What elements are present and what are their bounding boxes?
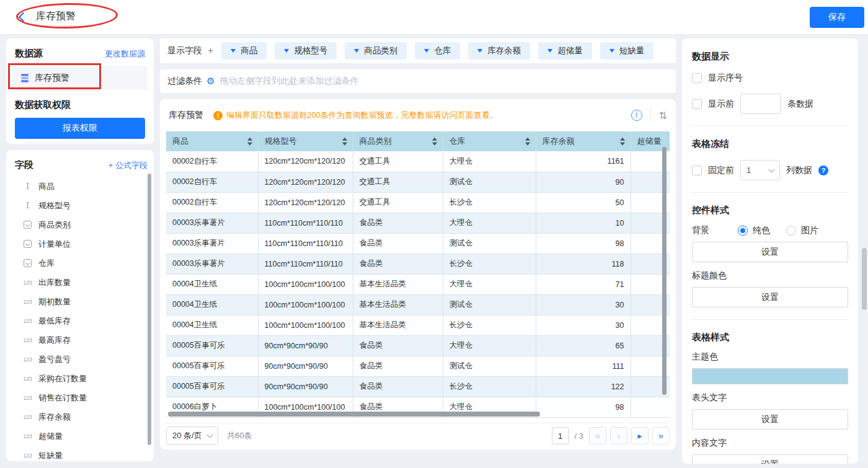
number-field-icon: 123 xyxy=(22,414,33,420)
number-field-icon: 123 xyxy=(22,337,33,343)
prev-page-button[interactable]: ›​ xyxy=(610,427,627,444)
table-cell: 00004卫生纸 xyxy=(166,274,258,294)
field-item[interactable]: 123 销售在订数量 xyxy=(15,388,148,407)
table-vertical-scrollbar[interactable] xyxy=(662,147,666,395)
background-set-button[interactable]: 设置 xyxy=(692,242,848,262)
table-cell: 食品类 xyxy=(353,335,443,356)
sort-icon[interactable] xyxy=(525,138,530,146)
header-text-set-button[interactable]: 设置 xyxy=(692,409,848,430)
freeze-count-select[interactable]: 1 xyxy=(740,160,780,180)
solid-color-radio[interactable] xyxy=(738,226,748,236)
sort-order-icon[interactable]: ⇅ xyxy=(659,110,667,121)
field-item[interactable]: 123 超储量 xyxy=(15,426,148,446)
field-item[interactable]: 123 最高库存 xyxy=(15,330,148,350)
sort-icon[interactable] xyxy=(432,138,437,146)
field-item[interactable]: I 商品 xyxy=(15,177,148,196)
field-item[interactable]: 123 短缺量 xyxy=(15,446,148,461)
table-column-header[interactable]: 库存余额 xyxy=(536,131,631,151)
display-field-chip[interactable]: 库存余额 xyxy=(468,42,530,60)
sort-icon[interactable] xyxy=(247,138,252,146)
datasource-item[interactable]: 库存预警 xyxy=(12,66,148,90)
table-column-header[interactable]: 商品 xyxy=(166,131,258,151)
header-text-label: 表头文字 xyxy=(692,392,848,404)
number-field-icon: 123 xyxy=(22,395,33,401)
table-column-header[interactable]: 商品类别 xyxy=(353,131,443,151)
field-item[interactable]: 123 库存余额 xyxy=(15,407,148,426)
table-cell: 测试仓 xyxy=(443,172,536,192)
gear-icon[interactable]: ⚙ xyxy=(206,76,215,87)
permission-section-title: 数据获取权限 xyxy=(15,99,145,111)
chevron-down-icon xyxy=(769,166,775,172)
add-display-field-button[interactable]: + xyxy=(208,45,213,56)
display-field-chip[interactable]: 商品类别 xyxy=(345,42,407,60)
settings-panel: 数据显示 显示序号 显示前 条数据 表格冻结 固定前 1 列数据 ? 控件样式 … xyxy=(682,38,858,464)
table-horizontal-scrollbar[interactable] xyxy=(168,412,540,417)
table-cell: 10 xyxy=(536,213,631,233)
table-cell: 基本生活品类 xyxy=(353,274,443,294)
freeze-columns-checkbox[interactable] xyxy=(692,166,702,175)
table-cell: 食品类 xyxy=(353,254,443,274)
theme-color-swatch[interactable] xyxy=(692,368,848,384)
sort-icon[interactable] xyxy=(342,138,347,146)
field-item[interactable]: 计量单位 xyxy=(15,234,148,254)
database-icon xyxy=(20,73,30,83)
field-item[interactable]: 123 盈亏盘亏 xyxy=(15,350,148,369)
display-field-chip[interactable]: 仓库 xyxy=(415,42,460,60)
field-item[interactable]: 123 出库数量 xyxy=(15,273,148,292)
fields-card: 字段 + 公式字段 I 商品 I 规格型号 商品类别 计量单位 仓库 123 出… xyxy=(6,150,154,461)
display-field-chip[interactable]: 超储量 xyxy=(538,42,592,60)
first-page-button[interactable]: « xyxy=(589,427,606,444)
chevron-down-icon xyxy=(609,49,614,53)
field-item[interactable]: 123 最低库存 xyxy=(15,311,148,330)
help-icon[interactable]: ? xyxy=(818,166,828,175)
table-column-header[interactable]: 仓库 xyxy=(443,131,536,151)
last-page-button[interactable]: » xyxy=(652,427,670,444)
page-number-input[interactable]: 1 xyxy=(552,427,569,444)
select-field-icon xyxy=(22,240,33,248)
next-page-button[interactable]: ▸ xyxy=(631,427,649,444)
field-item[interactable]: 123 期初数量 xyxy=(15,292,148,311)
show-index-label: 显示序号 xyxy=(708,73,743,84)
info-icon[interactable]: ! xyxy=(631,110,642,121)
warning-icon: ! xyxy=(213,111,223,120)
display-field-chip[interactable]: 短缺量 xyxy=(600,42,654,60)
table-column-header[interactable]: 规格型号 xyxy=(258,131,353,151)
table-cell: 测试仓 xyxy=(443,294,536,315)
show-index-checkbox[interactable] xyxy=(692,73,702,83)
table-cell: 100cm*100cm*100/100 xyxy=(258,274,353,294)
back-icon[interactable] xyxy=(19,12,29,22)
table-cell: 50 xyxy=(536,192,631,213)
table-cell: 71 xyxy=(536,274,631,294)
image-radio[interactable] xyxy=(786,226,796,236)
chevron-down-icon xyxy=(231,49,236,53)
panel-scrollbar-thumb[interactable] xyxy=(862,248,867,310)
sort-icon[interactable] xyxy=(620,138,625,146)
show-first-suffix: 条数据 xyxy=(787,99,813,110)
report-permission-button[interactable]: 报表权限 xyxy=(15,118,145,139)
fields-scrollbar[interactable] xyxy=(148,174,151,445)
select-field-icon xyxy=(22,221,33,229)
field-item[interactable]: 123 采购在订数量 xyxy=(15,369,148,388)
title-color-set-button[interactable]: 设置 xyxy=(692,287,848,307)
table-cell: 00002自行车 xyxy=(166,172,258,192)
save-button[interactable]: 保存 xyxy=(810,7,864,28)
table-cell: 65 xyxy=(536,335,631,356)
display-field-chip[interactable]: 商品 xyxy=(221,42,267,60)
content-text-label: 内容文字 xyxy=(692,438,848,449)
show-first-count-input[interactable] xyxy=(740,94,781,114)
table-cell: 00005百事可乐 xyxy=(166,376,258,397)
field-item[interactable]: 仓库 xyxy=(15,254,148,273)
filter-bar[interactable]: 过滤条件 ⚙ 拖动左侧字段到此处来添加过滤条件 xyxy=(160,69,676,93)
freeze-suffix: 列数据 xyxy=(786,165,812,176)
page-size-select[interactable]: 20 条/页 xyxy=(166,426,218,445)
field-item[interactable]: I 规格型号 xyxy=(15,196,148,215)
table-cell: 大理仓 xyxy=(443,274,536,294)
field-item[interactable]: 商品类别 xyxy=(15,215,148,234)
add-formula-field-link[interactable]: + 公式字段 xyxy=(108,160,148,171)
change-datasource-link[interactable]: 更改数据源 xyxy=(105,48,145,60)
chevron-down-icon xyxy=(547,49,552,53)
table-cell: 基本生活品类 xyxy=(353,315,443,335)
show-first-checkbox[interactable] xyxy=(692,99,702,109)
content-text-set-button[interactable]: 设置 xyxy=(692,454,848,464)
display-field-chip[interactable]: 规格型号 xyxy=(275,42,337,60)
